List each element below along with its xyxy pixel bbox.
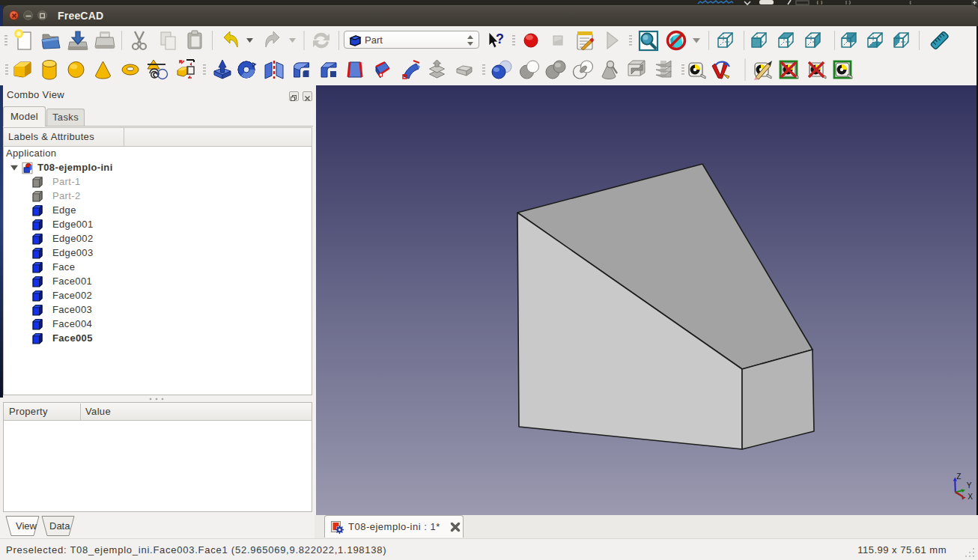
svg-text:Data: Data (49, 520, 70, 532)
svg-text:Y: Y (967, 481, 972, 490)
svg-text:X: X (968, 493, 973, 501)
svg-text:View: View (16, 520, 37, 532)
svg-text:Z: Z (956, 472, 961, 481)
svg-text:?: ? (496, 31, 504, 46)
